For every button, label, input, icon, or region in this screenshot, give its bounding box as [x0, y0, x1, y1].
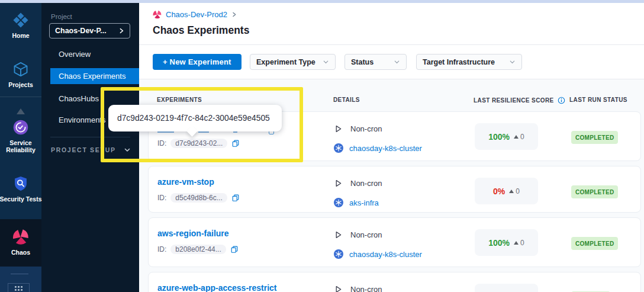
new-experiment-button[interactable]: + New Experiment	[153, 54, 242, 70]
experiment-name-link[interactable]: azure-web-app-access-restrict	[157, 283, 277, 292]
service-reliability-icon	[12, 119, 29, 136]
experiment-name-link[interactable]: azure-vm-stop	[157, 177, 214, 187]
rail-item-chaos[interactable]: Chaos	[0, 229, 41, 256]
experiment-id-row: ID: b208e0f2-44...	[157, 245, 239, 254]
schedule-cell: Non-cron	[334, 230, 382, 239]
schedule-cell: Non-cron	[334, 179, 382, 188]
project-label: Project	[51, 13, 72, 20]
breadcrumb-project-link[interactable]: Chaos-Dev-Prod2	[166, 10, 227, 19]
breadcrumb: Chaos-Dev-Prod2	[153, 10, 237, 19]
rail-item-home[interactable]: Home	[0, 12, 41, 39]
scroll-up-icon[interactable]	[17, 108, 25, 114]
status-badge: COMPLETED	[571, 185, 618, 198]
column-header-run-status: LAST RUN STATUS	[569, 97, 627, 103]
copy-icon[interactable]	[231, 194, 240, 202]
chaos-icon	[12, 229, 29, 245]
delta-up-icon	[509, 190, 514, 193]
chevron-down-icon	[509, 59, 516, 65]
column-header-details: DETAILS	[333, 97, 360, 103]
rail-bottom-section	[0, 267, 41, 292]
status-badge: COMPLETED	[571, 131, 618, 144]
chevron-right-icon	[231, 12, 237, 17]
play-icon	[334, 230, 343, 239]
filter-experiment-type[interactable]: Experiment Type	[250, 54, 336, 70]
sidebar-item-chaos-experiments[interactable]: Chaos Experiments	[50, 68, 139, 84]
page-title: Chaos Experiments	[153, 24, 249, 37]
delta-up-icon	[514, 241, 519, 245]
filter-target-infrastructure[interactable]: Target Infrastructure	[416, 54, 522, 70]
delta-up-icon	[514, 135, 519, 139]
infrastructure-link[interactable]: aks-infra	[349, 198, 379, 207]
home-icon	[12, 12, 29, 28]
infra-cell: chaosday-k8s-cluster	[334, 249, 422, 259]
play-icon	[334, 124, 343, 133]
sidebar-item-overview[interactable]: Overview	[41, 46, 139, 62]
kubernetes-icon	[334, 249, 343, 259]
resilience-score-cell: 0% 0	[475, 178, 538, 204]
module-grid-cell[interactable]	[8, 283, 30, 292]
chaos-module-icon	[153, 10, 162, 19]
project-selector[interactable]: Chaos-Dev-P...	[49, 23, 130, 38]
grid-icon	[15, 286, 22, 292]
experiment-id-pill[interactable]: b208e0f2-44...	[170, 245, 226, 254]
infrastructure-link[interactable]: chaosday-k8s-cluster	[349, 144, 422, 153]
experiment-row: aws-region-failure ID: b208e0f2-44... No…	[148, 217, 641, 267]
experiment-id-row: ID: d5c49d8b-6c...	[157, 193, 240, 203]
play-icon	[334, 285, 343, 292]
id-tooltip: d7c9d243-0219-4f7c-84c2-3004e59e4505	[108, 105, 282, 131]
chevron-right-icon	[118, 28, 124, 34]
experiment-id-pill[interactable]: d5c49d8b-6c...	[170, 193, 227, 203]
experiment-row: azure-vm-stop ID: d5c49d8b-6c... Non-cro…	[148, 166, 641, 213]
rail-item-service-reliability[interactable]: Service Reliability	[0, 119, 41, 153]
module-rail: Home Projects Service Reliability Securi…	[0, 3, 41, 292]
projects-icon	[12, 61, 29, 78]
rail-label: Projects	[8, 81, 33, 88]
chaos-experiments-page: Home Projects Service Reliability Securi…	[0, 0, 644, 292]
schedule-cell: Non-cron	[334, 124, 382, 133]
rail-item-projects[interactable]: Projects	[0, 61, 41, 88]
chevron-down-icon	[323, 59, 329, 65]
rail-item-security-tests[interactable]: Security Tests	[0, 175, 41, 203]
infra-cell: aks-infra	[334, 198, 379, 207]
copy-icon[interactable]	[230, 245, 239, 254]
project-selector-value: Chaos-Dev-P...	[55, 27, 116, 35]
resilience-score-cell: 100% 0	[475, 123, 538, 150]
rail-label: Chaos	[11, 249, 30, 256]
resilience-score-cell: 100% 0	[475, 229, 538, 256]
filter-status[interactable]: Status	[344, 54, 407, 70]
status-badge: COMPLETED	[571, 237, 618, 250]
resilience-score-cell	[475, 284, 538, 292]
security-tests-icon	[12, 175, 29, 192]
experiment-row: azure-web-app-access-restrict Non-cron	[148, 272, 641, 292]
info-icon[interactable]	[558, 97, 565, 104]
column-header-resilience-score: LAST RESILIENCE SCORE	[474, 97, 565, 104]
kubernetes-icon	[334, 198, 343, 207]
rail-bottom-divider	[11, 274, 28, 274]
kubernetes-icon	[334, 143, 343, 153]
rail-divider	[0, 97, 41, 97]
top-accent-strip	[0, 0, 644, 3]
play-icon	[334, 179, 343, 188]
rail-label: Service Reliability	[2, 139, 39, 153]
header-divider	[139, 44, 644, 45]
rail-label: Security Tests	[0, 195, 42, 203]
chevron-down-icon	[394, 59, 400, 65]
experiment-name-link[interactable]: aws-region-failure	[157, 229, 229, 238]
schedule-cell: Non-cron	[334, 285, 382, 292]
infra-cell: chaosday-k8s-cluster	[334, 143, 422, 153]
rail-label: Home	[12, 32, 29, 39]
infrastructure-link[interactable]: chaosday-k8s-cluster	[349, 250, 422, 259]
